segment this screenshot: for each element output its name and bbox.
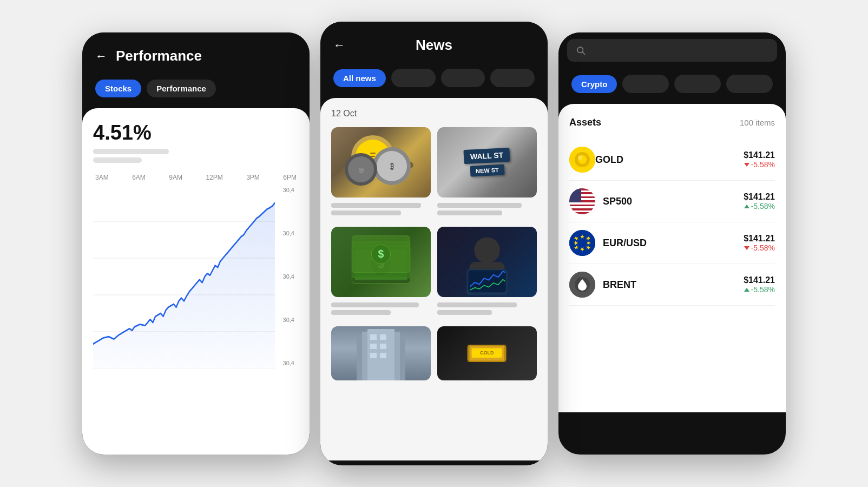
tab-pill-2[interactable]: [441, 69, 485, 87]
asset-change-value-sp500: -5.58%: [751, 202, 775, 210]
triangle-down-gold: [744, 163, 749, 167]
asset-change-value-brent: -5.58%: [751, 285, 775, 294]
tab-pill-3[interactable]: [490, 69, 535, 87]
svg-rect-33: [380, 344, 386, 349]
building-svg: [331, 326, 431, 380]
tab-stocks[interactable]: Stocks: [95, 80, 141, 97]
svg-rect-26: [468, 270, 505, 292]
crypto-tab-pill-2[interactable]: [674, 75, 721, 93]
asset-change-sp500: -5.58%: [744, 202, 775, 210]
asset-row-brent[interactable]: BRENT $141.21 -5.58%: [569, 264, 775, 306]
news-header: ← News: [320, 22, 548, 64]
chart-x-labels: 3AM 6AM 9AM 12PM 3PM 6PM: [93, 174, 299, 181]
tab-pill-1[interactable]: [391, 69, 436, 87]
x-label-9am: 9AM: [169, 174, 182, 181]
chart-area: 30,4 30,4 30,4 30,4 30,4: [93, 185, 299, 368]
x-label-12pm: 12PM: [206, 174, 222, 181]
asset-row-gold[interactable]: GOLD $141.21 -5.58%: [569, 139, 775, 181]
news-article-3[interactable]: $ $: [331, 227, 431, 318]
line-chart-svg: [93, 185, 275, 368]
news-text-line: [437, 310, 492, 315]
performance-percentage: 4.51%: [93, 121, 299, 144]
x-label-6pm: 6PM: [283, 174, 297, 181]
svg-rect-30: [370, 334, 377, 340]
news-text-line: [331, 310, 391, 315]
asset-name-gold: GOLD: [595, 154, 744, 166]
assets-count: 100 items: [740, 118, 775, 127]
news-phone: ← News All news 12 Oct: [320, 22, 548, 465]
search-bar[interactable]: [567, 39, 777, 62]
sp500-icon: [569, 188, 595, 214]
performance-tabs: Stocks Performance: [82, 75, 310, 108]
y-label-5: 30,4: [275, 360, 294, 366]
news-tabs: All news: [320, 64, 548, 98]
trader-svg: [437, 227, 537, 297]
news-article-4[interactable]: [437, 227, 537, 318]
asset-row-sp500[interactable]: SP500 $141.21 -5.58%: [569, 181, 775, 222]
tab-all-news[interactable]: All news: [333, 69, 386, 87]
news-image-crypto: Ξ ₿ ◎: [331, 127, 431, 198]
news-text-line: [331, 203, 421, 208]
asset-price-gold: $141.21: [744, 150, 775, 160]
asset-price-sp500: $141.21: [744, 192, 775, 202]
assets-title: Assets: [569, 117, 601, 128]
new-st-sign: NEW ST: [470, 164, 504, 176]
svg-rect-32: [370, 344, 377, 349]
search-icon: [576, 45, 586, 55]
asset-name-sp500: SP500: [603, 196, 744, 207]
news-image-trader: [437, 227, 537, 297]
chart-svg: [93, 185, 275, 368]
news-body: 12 Oct Ξ: [320, 98, 548, 460]
news-image-money: $ $: [331, 227, 431, 297]
gold-icon-svg: [569, 147, 595, 173]
y-label-4: 30,4: [275, 317, 294, 323]
subtitle-line-2: [93, 157, 142, 163]
x-label-3am: 3AM: [95, 174, 109, 181]
tab-performance[interactable]: Performance: [147, 80, 216, 97]
asset-row-eurusd[interactable]: EUR/USD $141.21 -5.58%: [569, 222, 775, 264]
triangle-up-sp500: [744, 205, 749, 208]
news-text-line: [331, 302, 419, 307]
asset-price-col-brent: $141.21 -5.58%: [744, 275, 775, 294]
crypto-phone: Crypto Assets 100 items: [558, 32, 786, 455]
news-text-lines-1: [331, 203, 431, 215]
chart-y-labels: 30,4 30,4 30,4 30,4 30,4: [275, 185, 299, 368]
brent-icon: [569, 272, 595, 298]
money-svg: $ $: [331, 231, 431, 294]
triangle-down-eurusd: [744, 246, 749, 250]
news-text-line: [437, 203, 522, 208]
svg-point-50: [569, 230, 595, 256]
asset-price-col-sp500: $141.21 -5.58%: [744, 192, 775, 210]
performance-body: 4.51% 3AM 6AM 9AM 12PM 3PM 6PM: [82, 108, 310, 455]
asset-price-col-gold: $141.21 -5.58%: [744, 150, 775, 169]
crypto-coins-svg: Ξ ₿ ◎: [331, 127, 431, 198]
performance-title: Performance: [116, 48, 202, 64]
news-text-line: [437, 210, 502, 215]
performance-phone: ← Performance Stocks Performance 4.51% 3…: [82, 32, 310, 455]
back-button[interactable]: ←: [95, 49, 107, 63]
news-article-1[interactable]: Ξ ₿ ◎: [331, 127, 431, 218]
news-grid-third: GOLD: [331, 326, 537, 380]
svg-text:◎: ◎: [358, 166, 364, 174]
tab-crypto[interactable]: Crypto: [571, 75, 617, 93]
news-back-button[interactable]: ←: [333, 38, 345, 52]
news-article-2[interactable]: WALL ST NEW ST: [437, 127, 537, 218]
svg-rect-31: [380, 334, 386, 340]
screens-container: ← Performance Stocks Performance 4.51% 3…: [0, 0, 868, 487]
news-article-6[interactable]: GOLD: [437, 326, 537, 380]
x-label-3pm: 3PM: [246, 174, 260, 181]
goldbar-svg: GOLD: [447, 332, 527, 375]
y-label-1: 30,4: [275, 187, 294, 193]
svg-text:GOLD: GOLD: [480, 350, 494, 356]
news-article-5[interactable]: [331, 326, 431, 380]
assets-header: Assets 100 items: [569, 117, 775, 128]
crypto-tab-pill-3[interactable]: [726, 75, 773, 93]
news-date: 12 Oct: [331, 109, 537, 119]
y-label-2: 30,4: [275, 230, 294, 236]
svg-point-49: [578, 155, 582, 160]
svg-text:₿: ₿: [390, 162, 394, 170]
crypto-tabs: Crypto: [558, 70, 786, 104]
crypto-tab-pill-1[interactable]: [622, 75, 669, 93]
wall-st-sign: WALL ST: [464, 148, 510, 164]
performance-header: ← Performance: [82, 32, 310, 75]
